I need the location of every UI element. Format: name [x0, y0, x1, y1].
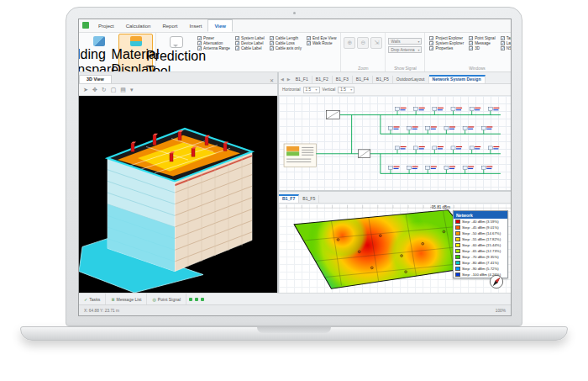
- chevron-down-icon: ▾: [350, 87, 352, 92]
- status-led-icon: [201, 298, 204, 301]
- legend-row: Step: -50 dBm (14.67%): [454, 230, 507, 236]
- network-design-panel: ◀ ▶ B1_F1 B1_F2 B1_F3 B1_F4 B1_F5 Outdoo…: [279, 72, 511, 190]
- check-label: Properties: [435, 46, 453, 50]
- zoom-fit-icon[interactable]: ⇲: [370, 37, 382, 49]
- check-device-label[interactable]: Device Label: [235, 41, 265, 45]
- legend-label: Step: -55 dBm (17.82%): [462, 237, 501, 241]
- button-label: Prediction Tool: [146, 49, 206, 72]
- check-power[interactable]: Power: [197, 36, 230, 40]
- 3d-view-tab-bar: 3D View ✕: [79, 72, 277, 84]
- legend-swatch: [455, 249, 460, 253]
- tab-b1-f1[interactable]: B1_F1: [292, 76, 312, 83]
- tab-label: Point Signal: [158, 297, 181, 302]
- chevron-down-icon[interactable]: ▾: [130, 87, 134, 93]
- menu-project[interactable]: Project: [92, 19, 120, 32]
- check-walk-route[interactable]: Walk Route: [307, 41, 337, 45]
- check-cable-length[interactable]: Cable Length: [270, 36, 302, 40]
- check-system-label[interactable]: System Label: [235, 36, 265, 40]
- check-project-explorer[interactable]: Project Explorer: [429, 36, 464, 40]
- legend-swatch: [455, 273, 460, 277]
- ribbon-group-windows: Project Explorer System Explorer Propert…: [425, 33, 511, 71]
- ribbon-group-zoom: ⊕ ⊖ ⇲ Zoom: [341, 33, 386, 71]
- drop-antenna-dropdown[interactable]: Drop Antenna▾: [388, 46, 422, 53]
- dropdown-value: Walls: [391, 40, 400, 44]
- walls-dropdown[interactable]: Walls▾: [388, 38, 422, 45]
- tab-b1-f5-bottom[interactable]: B1_F5: [299, 195, 319, 203]
- cube-icon[interactable]: ▢: [111, 87, 117, 93]
- menu-insert[interactable]: Insert: [183, 19, 207, 32]
- tab-outdoorlayout[interactable]: OutdoorLayout: [393, 76, 429, 83]
- vertical-label: Vertical: [323, 87, 336, 92]
- status-led-icon: [189, 298, 192, 301]
- webcam-dot: [293, 12, 296, 14]
- tab-b1-f5[interactable]: B1_F5: [373, 76, 393, 83]
- building-icon: [93, 36, 105, 46]
- chevron-down-icon: ▾: [417, 40, 419, 44]
- 3d-building-model: [79, 96, 277, 293]
- check-system-explorer[interactable]: System Explorer: [429, 41, 464, 45]
- tab-b1-f7[interactable]: B1_F7: [279, 194, 299, 203]
- checkbox-icon: [197, 46, 202, 50]
- prediction-tool-button[interactable]: Prediction Tool: [159, 34, 193, 72]
- material-icon: [130, 36, 142, 46]
- zoom-in-icon[interactable]: ⊕: [344, 37, 355, 49]
- network-schematic-canvas[interactable]: [279, 96, 511, 190]
- check-cable-axis-only[interactable]: Cable axis only: [270, 46, 302, 50]
- tab-b1-f4[interactable]: B1_F4: [353, 76, 373, 83]
- check-label: Attenuation: [203, 41, 223, 45]
- tab-tasks[interactable]: ✓Tasks: [79, 294, 106, 304]
- legend-swatch: [455, 231, 460, 235]
- zoom-out-icon[interactable]: ⊖: [357, 37, 369, 49]
- ribbon-group-display: Building Transparency Material Display S…: [79, 33, 156, 71]
- ribbon-group-show-signal: Walls▾ Drop Antenna▾ Show Signal: [386, 33, 425, 71]
- heatmap-canvas[interactable]: -95.81 dBm Network Step: -40 dBm (3.59%)…: [279, 204, 511, 293]
- floor-tab-bar: B1_F7 B1_F5: [279, 192, 511, 204]
- group-caption-zoom: Zoom: [344, 66, 382, 71]
- tab-message-list[interactable]: ≣Message List: [106, 294, 147, 304]
- check-nsd-table[interactable]: NSD Table: [501, 46, 511, 50]
- legend-row: Step: -60 dBm (15.44%): [454, 242, 507, 248]
- check-label: End Eye View: [312, 36, 337, 40]
- select-arrow-icon[interactable]: ➤: [83, 87, 88, 93]
- field-value: 1:5: [340, 87, 345, 92]
- orbit-icon[interactable]: ↻: [102, 87, 107, 93]
- tab-scroll-left-icon[interactable]: ◀: [279, 77, 286, 83]
- menu-report[interactable]: Report: [156, 19, 183, 32]
- group-caption-windows: Windows: [428, 66, 511, 71]
- check-antenna-range[interactable]: Antenna Range: [197, 46, 230, 50]
- vertical-scale-field[interactable]: 1:5▾: [338, 87, 354, 93]
- 3d-building-canvas[interactable]: [79, 96, 277, 293]
- check-attenuation[interactable]: Attenuation: [197, 41, 230, 45]
- layers-icon[interactable]: ▤: [120, 87, 126, 93]
- tab-b1-f3[interactable]: B1_F3: [333, 76, 353, 83]
- pan-icon[interactable]: ✥: [92, 87, 97, 93]
- 3d-view-panel: 3D View ✕ ➤ ✥ ↻ ▢ ▤ ▾: [79, 72, 277, 293]
- check-cable-loss[interactable]: Cable Loss: [270, 41, 302, 45]
- tab-network-system-design[interactable]: Network System Design: [429, 75, 486, 83]
- check-cable-label[interactable]: Cable Label: [235, 46, 265, 50]
- legend-label: Step: -65 dBm (12.73%): [462, 249, 501, 253]
- menu-calculation[interactable]: Calculation: [120, 19, 157, 32]
- check-end-eye-view[interactable]: End Eye View: [307, 36, 337, 40]
- tab-3d-view[interactable]: 3D View: [79, 75, 112, 83]
- check-label: Cable axis only: [276, 46, 302, 50]
- legend-label: Step: -80 dBm (7.41%): [462, 261, 499, 265]
- menu-view[interactable]: View: [207, 19, 233, 32]
- tab-label: Message List: [116, 297, 141, 302]
- checkbox-icon: [235, 46, 239, 50]
- windows-options-grid: Project Explorer System Explorer Propert…: [428, 34, 511, 50]
- tab-label: Tasks: [89, 297, 100, 302]
- 3d-view-toolbar: ➤ ✥ ↻ ▢ ▤ ▾: [79, 84, 277, 96]
- app-logo-icon: [82, 22, 89, 29]
- check-3d[interactable]: 3D: [469, 46, 496, 50]
- tab-point-signal[interactable]: ◎Point Signal: [147, 294, 186, 304]
- close-icon[interactable]: ✕: [266, 77, 277, 83]
- legend-swatch: [455, 220, 460, 224]
- check-label: Point Signal: [475, 36, 496, 40]
- tab-scroll-right-icon[interactable]: ▶: [286, 77, 292, 83]
- check-label: Power: [203, 36, 214, 40]
- tab-b1-f2[interactable]: B1_F2: [312, 76, 333, 83]
- check-properties[interactable]: Properties: [429, 46, 464, 50]
- horizontal-scale-field[interactable]: 1:5▾: [303, 87, 320, 93]
- signal-legend: Network Step: -40 dBm (3.59%) Step: -45 …: [453, 210, 508, 278]
